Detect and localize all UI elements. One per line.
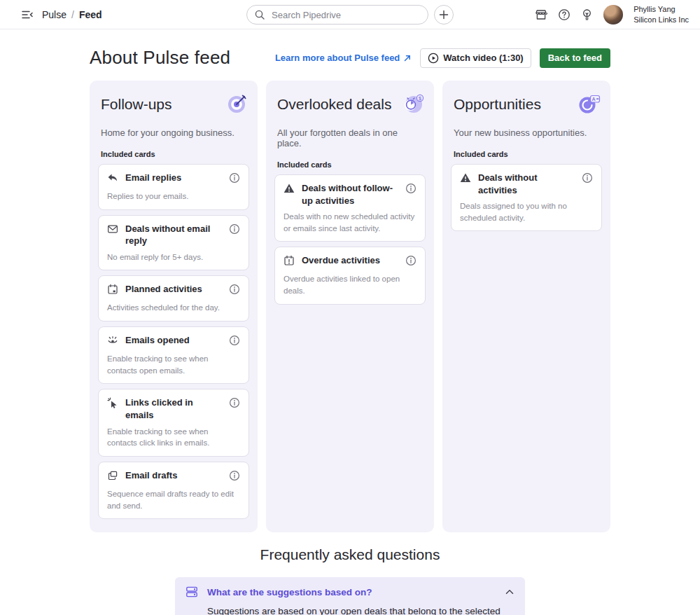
envelope-icon — [107, 223, 118, 237]
user-meta[interactable]: Phyllis Yang Silicon Links Inc — [634, 4, 689, 25]
user-name: Phyllis Yang — [634, 4, 689, 15]
card-title: Deals without email reply — [125, 223, 222, 247]
suggestion-column: Overlooked deals $ All your forgotten de… — [266, 81, 434, 532]
faq-list: What are the suggestions based on? Sugge… — [175, 577, 525, 615]
topbar: Pulse / Feed — [0, 0, 700, 29]
card-description: Enable tracking to see when contacts cli… — [107, 426, 240, 449]
column-title: Follow-ups — [101, 96, 172, 113]
card-title: Links clicked in emails — [125, 396, 222, 421]
suggestion-card: Deals without follow-up activities Deals… — [274, 174, 426, 242]
faq-section: Frequently asked questions What are the … — [90, 546, 610, 615]
faq-item[interactable]: What are the suggestions based on? Sugge… — [175, 577, 525, 615]
info-icon[interactable] — [229, 223, 240, 237]
column-subtitle: Your new business opportunities. — [454, 127, 599, 138]
back-to-feed-button[interactable]: Back to feed — [540, 48, 610, 68]
card-description: Activities scheduled for the day. — [107, 302, 240, 314]
card-description: Deals assigned to you with no scheduled … — [460, 200, 593, 223]
user-company: Silicon Links Inc — [634, 15, 689, 25]
card-title: Email replies — [125, 172, 222, 184]
warning-icon — [460, 172, 471, 186]
column-title: Opportunities — [454, 96, 541, 113]
card-title: Overdue activities — [302, 254, 398, 267]
included-cards-label: Included cards — [454, 150, 599, 158]
main-content: About Pulse feed Learn more about Pulse … — [90, 47, 610, 615]
watch-video-button[interactable]: Watch video (1:30) — [420, 48, 531, 68]
suggestion-card: Email drafts Sequence email drafts ready… — [98, 462, 249, 519]
card-title: Emails opened — [125, 334, 222, 347]
suggestion-card: Overdue activities Overdue activities li… — [274, 247, 426, 304]
info-icon[interactable] — [582, 172, 593, 186]
user-avatar[interactable] — [603, 5, 623, 25]
included-cards-label: Included cards — [101, 150, 246, 158]
plus-icon — [439, 10, 449, 20]
back-to-feed-label: Back to feed — [548, 53, 602, 63]
eye-tracking-icon — [107, 335, 118, 349]
learn-more-link[interactable]: Learn more about Pulse feed — [275, 53, 412, 63]
search-box[interactable] — [246, 5, 428, 25]
card-title: Planned activities — [125, 283, 222, 296]
card-title: Deals without follow-up activities — [302, 182, 398, 207]
reply-icon — [107, 172, 118, 186]
card-description: Replies to your emails. — [107, 191, 240, 202]
clock-coin-icon: $ — [402, 93, 424, 117]
svg-text:$: $ — [419, 96, 421, 101]
chevron-up-icon[interactable] — [504, 586, 515, 597]
drafts-icon — [107, 470, 118, 484]
target-icon — [227, 93, 248, 117]
search-input[interactable] — [270, 9, 421, 21]
info-icon[interactable] — [229, 172, 240, 186]
card-description: Deals with no new scheduled activity or … — [284, 211, 416, 234]
quick-add-button[interactable] — [434, 5, 454, 25]
suggestion-card: Planned activities Activities scheduled … — [98, 275, 249, 322]
calendar-icon — [107, 284, 118, 298]
card-description: No email reply for 5+ days. — [107, 251, 240, 263]
external-link-icon — [403, 54, 412, 62]
info-icon[interactable] — [405, 183, 416, 197]
card-title: Email drafts — [125, 469, 222, 482]
card-description: Sequence email drafts ready to edit and … — [107, 488, 240, 511]
card-description: Overdue activities linked to open deals. — [284, 273, 416, 296]
warning-icon — [284, 183, 295, 197]
learn-more-label: Learn more about Pulse feed — [275, 53, 400, 63]
info-icon[interactable] — [229, 284, 240, 298]
svg-text:A: A — [592, 97, 596, 102]
card-title: Deals without activities — [478, 172, 575, 196]
column-subtitle: Home for your ongoing business. — [101, 127, 246, 138]
watch-video-label: Watch video (1:30) — [443, 53, 523, 63]
page-title: About Pulse feed — [90, 47, 230, 69]
marketplace-icon[interactable] — [535, 8, 547, 21]
suggestion-column: Follow-ups Home for your ongoing busines… — [90, 81, 258, 532]
breadcrumb-separator: / — [71, 9, 74, 20]
help-icon[interactable] — [558, 8, 570, 21]
search-icon — [254, 9, 265, 20]
column-title: Overlooked deals — [277, 96, 391, 113]
suggestion-card: Email replies Replies to your emails. — [98, 164, 249, 210]
info-icon[interactable] — [229, 335, 240, 349]
breadcrumb-app[interactable]: Pulse — [42, 9, 66, 20]
sidebar-collapse-icon[interactable] — [21, 8, 34, 21]
compass-tag-icon: A — [578, 93, 601, 117]
suggestion-column: Opportunities A Your new business opport… — [442, 81, 610, 532]
cursor-click-icon — [107, 397, 118, 411]
included-cards-label: Included cards — [277, 160, 423, 169]
faq-answer: Suggestions are based on your open deals… — [207, 604, 515, 615]
column-subtitle: All your forgotten deals in one place. — [277, 127, 423, 148]
suggestion-card: Deals without email reply No email reply… — [98, 215, 249, 271]
suggestion-card: Deals without activities Deals assigned … — [451, 164, 602, 231]
breadcrumb: Pulse / Feed — [42, 9, 102, 20]
info-icon[interactable] — [405, 255, 416, 269]
lightbulb-icon[interactable] — [581, 8, 593, 21]
suggestion-columns: Follow-ups Home for your ongoing busines… — [90, 81, 610, 532]
faq-question: What are the suggestions based on? — [207, 587, 496, 597]
breadcrumb-page[interactable]: Feed — [79, 9, 102, 20]
cards-icon — [185, 585, 199, 599]
info-icon[interactable] — [229, 397, 240, 411]
card-description: Enable tracking to see when contacts ope… — [107, 353, 240, 376]
faq-title: Frequently asked questions — [90, 546, 610, 563]
suggestion-card: Links clicked in emails Enable tracking … — [98, 389, 249, 456]
calendar-alert-icon — [284, 255, 295, 269]
info-icon[interactable] — [229, 470, 240, 484]
play-icon — [428, 53, 439, 64]
suggestion-card: Emails opened Enable tracking to see whe… — [98, 326, 249, 384]
